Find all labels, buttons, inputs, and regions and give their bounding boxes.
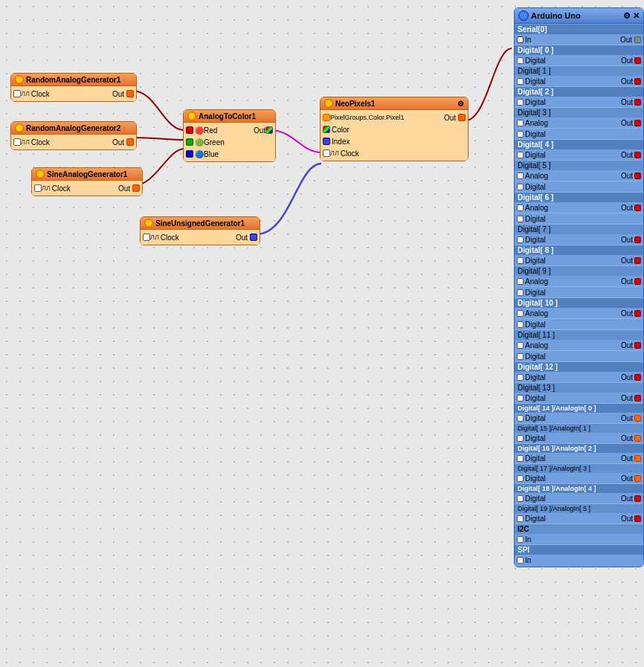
neopixels-pixel-port-left[interactable] <box>323 114 330 121</box>
arduino-d19-in-port[interactable] <box>517 515 524 522</box>
arduino-d7-out-port[interactable] <box>634 236 641 243</box>
arduino-d9-digital-port[interactable] <box>517 289 524 296</box>
arduino-spi-in-port[interactable] <box>517 557 524 564</box>
neopixels-clock-port[interactable] <box>323 149 330 157</box>
arduino-digital3-section: Digital[ 3 ] <box>515 108 643 117</box>
sine-unsigned-out-label: Out <box>236 233 248 242</box>
arduino-d1-in-port[interactable] <box>517 78 524 85</box>
arduino-d10-out-port[interactable] <box>634 310 641 317</box>
arduino-i2c-section: I2C <box>515 524 643 534</box>
arduino-d13-out-port[interactable] <box>634 395 641 402</box>
sine-unsigned-header[interactable]: SineUnsignedGenerator1 <box>141 217 260 230</box>
arduino-d11-analog-row: Analog Out <box>515 340 643 351</box>
blue-port[interactable] <box>186 150 193 158</box>
sine-unsigned-icon <box>144 219 153 228</box>
arduino-d0-out-port[interactable] <box>634 57 641 64</box>
arduino-d3-out-port[interactable] <box>634 120 641 126</box>
arduino-d9-analog-port[interactable] <box>517 278 524 285</box>
random2-out-port[interactable] <box>126 138 134 146</box>
red-port[interactable] <box>186 126 193 134</box>
sine-unsigned-clock-port[interactable] <box>143 233 150 241</box>
sine1-header[interactable]: SineAnalogGenerator1 <box>32 168 142 181</box>
neopixels-index-port[interactable] <box>323 138 330 145</box>
arduino-in-port-left[interactable] <box>517 36 524 43</box>
arduino-d9-out-port[interactable] <box>634 278 641 285</box>
arduino-d7-in-port[interactable] <box>517 236 524 243</box>
arduino-d5-digital-label2: Digital <box>525 183 546 191</box>
arduino-d1-out-port[interactable] <box>634 78 641 85</box>
random-analog-generator-2-node: RandomAnalogGenerator2 ЛЛ Clock Out <box>10 121 137 150</box>
arduino-d10-analog-port[interactable] <box>517 310 524 317</box>
neopixels-pixel-label: PixelGroups.Color.Pixel1 <box>330 114 405 121</box>
sine-unsigned-generator-1-node: SineUnsignedGenerator1 ЛЛ Clock Out <box>140 216 260 245</box>
arduino-gear-icon[interactable]: ⚙ <box>623 11 631 21</box>
arduino-d6-digital-port[interactable] <box>517 216 524 222</box>
arduino-d15-in-port[interactable] <box>517 435 524 442</box>
arduino-d12-in-port[interactable] <box>517 374 524 381</box>
neopixels-clock-label: Clock <box>341 149 359 158</box>
arduino-header[interactable]: Arduino Uno ⚙ ✕ <box>515 8 643 24</box>
arduino-d18-out-port[interactable] <box>634 495 641 502</box>
neopixels-color-port[interactable] <box>323 126 330 133</box>
arduino-d8-in-port[interactable] <box>517 257 524 264</box>
arduino-d2-out-port[interactable] <box>634 99 641 106</box>
sine1-clock-port-left[interactable] <box>34 184 42 192</box>
arduino-d2-in-port[interactable] <box>517 99 524 106</box>
arduino-d13-in-port[interactable] <box>517 395 524 402</box>
arduino-d19-out-port[interactable] <box>634 515 641 522</box>
arduino-d16-digital-label: Digital <box>525 454 546 463</box>
arduino-d17-out-port[interactable] <box>634 475 641 482</box>
arduino-d3-analog-label: Analog <box>525 119 548 127</box>
sine-analog-generator-1-node: SineAnalogGenerator1 ЛЛ Clock Out <box>31 167 143 196</box>
arduino-d6-analog-port[interactable] <box>517 204 524 211</box>
random1-clock-port-left[interactable] <box>13 90 21 97</box>
atc-out-port[interactable] <box>265 126 273 134</box>
random1-header[interactable]: RandomAnalogGenerator1 <box>11 74 136 86</box>
random2-header[interactable]: RandomAnalogGenerator2 <box>11 122 136 135</box>
arduino-d5-digital-row: Digital <box>515 181 643 193</box>
arduino-d16-in-port[interactable] <box>517 455 524 462</box>
arduino-digital13-section: Digital[ 13 ] <box>515 383 643 393</box>
arduino-close-icon[interactable]: ✕ <box>633 11 640 21</box>
sine1-out-label: Out <box>118 184 130 193</box>
arduino-d18-in-port[interactable] <box>517 495 524 502</box>
arduino-d8-out-port[interactable] <box>634 257 641 264</box>
arduino-d11-digital-port[interactable] <box>517 353 524 360</box>
arduino-d5-in-port[interactable] <box>517 173 524 179</box>
analog-to-color-red-row: 🔴 Red Out <box>184 124 275 136</box>
random2-clock-port-left[interactable] <box>13 138 21 146</box>
neopixels-gear-icon[interactable]: ⚙ <box>457 100 464 108</box>
arduino-d12-out-port[interactable] <box>634 374 641 381</box>
arduino-d4-out-port[interactable] <box>634 152 641 158</box>
arduino-d5-digital-port[interactable] <box>517 184 524 190</box>
sine-unsigned-out-port[interactable] <box>250 233 257 241</box>
random1-title: RandomAnalogGenerator1 <box>26 76 120 84</box>
sine1-out-port[interactable] <box>132 184 140 192</box>
arduino-d10-digital-port[interactable] <box>517 321 524 328</box>
neopixels-out-port[interactable] <box>458 114 466 121</box>
arduino-d14-out-port[interactable] <box>634 415 641 422</box>
arduino-d3-digital-port[interactable] <box>517 131 524 138</box>
arduino-d11-out-port[interactable] <box>634 342 641 349</box>
green-port[interactable] <box>186 138 193 146</box>
arduino-d16-out-port[interactable] <box>634 455 641 462</box>
neopixels-header[interactable]: NeoPixels1 ⚙ <box>321 97 468 110</box>
arduino-d10-out-label: Out <box>621 309 633 318</box>
random2-title: RandomAnalogGenerator2 <box>26 124 120 132</box>
arduino-serial-out-port[interactable] <box>634 36 641 43</box>
analog-to-color-header[interactable]: AnalogToColor1 <box>184 110 275 123</box>
arduino-digital6-section: Digital[ 6 ] <box>515 193 643 202</box>
sine-unsigned-clock-row: ЛЛ Clock Out <box>141 231 260 243</box>
arduino-d14-in-port[interactable] <box>517 415 524 422</box>
arduino-d0-in-port[interactable] <box>517 57 524 64</box>
arduino-d5-out-port[interactable] <box>634 173 641 179</box>
arduino-i2c-in-port[interactable] <box>517 536 524 543</box>
arduino-d15-out-port[interactable] <box>634 435 641 442</box>
arduino-d3-in-port[interactable] <box>517 120 524 126</box>
arduino-d6-out-port[interactable] <box>634 204 641 211</box>
arduino-digital12-section: Digital[ 12 ] <box>515 362 643 372</box>
arduino-d17-in-port[interactable] <box>517 475 524 482</box>
arduino-d11-analog-port[interactable] <box>517 342 524 349</box>
random1-out-port[interactable] <box>126 90 134 97</box>
arduino-d4-in-port[interactable] <box>517 152 524 158</box>
